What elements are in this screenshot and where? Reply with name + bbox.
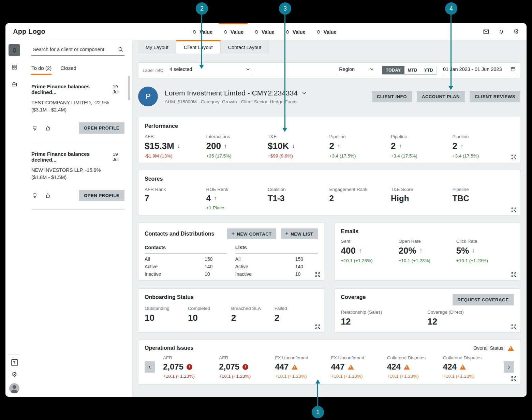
bell-icon bbox=[192, 29, 197, 35]
multi-select-dropdown[interactable]: 4 selected bbox=[168, 66, 252, 74]
nav-item-value-5[interactable]: Value bbox=[312, 23, 341, 40]
metric-fx-unconfirmed: FX Unconfirmed 447 +10.1 (+1.23%) bbox=[275, 355, 331, 379]
toggle-today[interactable]: TODAY bbox=[382, 66, 404, 74]
gear-icon[interactable]: ⚙ bbox=[11, 371, 17, 378]
open-profile-button[interactable]: OPEN PROFILE bbox=[79, 190, 124, 201]
expand-icon[interactable] bbox=[315, 324, 321, 330]
client-reviews-button[interactable]: CLIENT REVIEWS bbox=[470, 91, 520, 102]
metric-te: T&E $10K↓ +$99 (9.9%) bbox=[268, 134, 329, 159]
nav-item-label: Value bbox=[324, 29, 337, 35]
metric-relationship-sales: Relationship (Sales) 12 bbox=[341, 310, 428, 327]
nav-item-value-2[interactable]: Value bbox=[219, 23, 248, 40]
nav-item-value-3[interactable]: Value bbox=[250, 23, 279, 40]
mail-icon[interactable] bbox=[483, 28, 489, 35]
error-icon: ! bbox=[187, 364, 192, 370]
grid-icon bbox=[11, 64, 17, 70]
bell-icon[interactable] bbox=[498, 29, 504, 35]
thumb-up-icon[interactable] bbox=[44, 192, 51, 199]
up-arrow-icon: ↑ bbox=[472, 247, 475, 254]
tab-todo[interactable]: To do (2) bbox=[31, 65, 51, 75]
overall-status-label: Overall Status: bbox=[473, 345, 505, 351]
list-item: Active140 bbox=[235, 264, 318, 269]
tab-client-layout[interactable]: Client Layout bbox=[176, 40, 221, 54]
search-icon[interactable] bbox=[118, 46, 124, 52]
search-bar bbox=[31, 46, 124, 56]
card-title: Operational Issues bbox=[145, 345, 193, 351]
metric-pipeline-score: Pipeline TBC bbox=[453, 187, 514, 210]
tab-contact-layout[interactable]: Contact Layout bbox=[221, 40, 269, 54]
client-info-button[interactable]: CLIENT INFO bbox=[372, 91, 412, 102]
up-arrow-icon: ↑ bbox=[359, 247, 362, 254]
card-title: Emails bbox=[341, 228, 514, 235]
down-arrow-icon: ↓ bbox=[292, 143, 295, 150]
gear-icon[interactable]: ⚙ bbox=[513, 28, 519, 35]
open-profile-button[interactable]: OPEN PROFILE bbox=[79, 122, 124, 134]
metric-fx-unconfirmed: FX Unconfirmed 447 +10.1 (+1.23%) bbox=[331, 355, 387, 379]
metric-roe-rank: ROE Rank 4↑ +1 Place bbox=[206, 187, 268, 210]
date-range-toggle: TODAY MTD YTD bbox=[382, 66, 437, 75]
appbar-icons: ⚙ bbox=[483, 23, 519, 40]
metric-afr-issues: AFR 2,075! +10.1 (+1.23%) bbox=[219, 355, 275, 379]
plus-icon: + bbox=[232, 231, 235, 237]
divider bbox=[31, 209, 124, 210]
expand-icon[interactable] bbox=[315, 272, 321, 278]
toggle-ytd[interactable]: YTD bbox=[421, 66, 437, 74]
client-header: P Lorem Investment Limted - CMY2:234334 … bbox=[138, 86, 520, 107]
down-arrow-icon: ↓ bbox=[177, 143, 180, 150]
client-avatar: P bbox=[138, 87, 158, 106]
metric-coalition: Coalition T1-3 bbox=[268, 187, 329, 210]
up-arrow-icon: ↑ bbox=[460, 143, 463, 150]
callout-line bbox=[201, 15, 202, 65]
notification-body: NEW INVESTORS LLP, -15.9% ($1.8M - $1.5M… bbox=[31, 167, 117, 181]
app-window: App Logo Value Value Value Value bbox=[5, 23, 527, 397]
user-avatar[interactable] bbox=[9, 383, 19, 393]
toggle-mtd[interactable]: MTD bbox=[404, 66, 421, 74]
notification-date: 19 Jul bbox=[113, 152, 124, 162]
notification-card: Prime Finance balances declined... 19 Ju… bbox=[31, 84, 124, 142]
warning-icon bbox=[404, 364, 410, 370]
thumb-down-icon[interactable] bbox=[31, 125, 38, 132]
nav-item-label: Value bbox=[262, 29, 275, 35]
expand-icon[interactable] bbox=[511, 272, 517, 278]
callout-line bbox=[284, 15, 285, 128]
up-arrow-icon: ↑ bbox=[337, 143, 340, 150]
help-icon[interactable]: ? bbox=[11, 359, 18, 366]
briefcase-icon bbox=[11, 81, 17, 87]
new-contact-button[interactable]: + NEW CONTACT bbox=[227, 228, 276, 239]
callout-line bbox=[317, 384, 318, 406]
rail-apps-button[interactable] bbox=[9, 61, 20, 73]
expand-icon[interactable] bbox=[511, 154, 517, 160]
new-list-button[interactable]: + NEW LIST bbox=[281, 228, 318, 239]
date-range-field[interactable]: 01 Jan 2023 - 01 Jun 2023 bbox=[442, 66, 517, 74]
callout-badge-1: 1 bbox=[312, 406, 324, 418]
client-subtitle: AUM: $15000M - Category: Growth - Client… bbox=[165, 99, 307, 104]
region-dropdown[interactable]: Region bbox=[338, 66, 376, 74]
tab-my-layout[interactable]: My Layout bbox=[138, 40, 176, 54]
rail-tasks-button[interactable] bbox=[9, 78, 20, 90]
chevron-down-icon[interactable] bbox=[301, 90, 307, 96]
request-coverage-button[interactable]: REQUEST COVERAGE bbox=[453, 294, 514, 305]
nav-item-label: Value bbox=[293, 29, 306, 35]
body-row: ? ⚙ To do (2) Closed bbox=[5, 40, 527, 397]
scroll-right-button[interactable] bbox=[504, 361, 514, 373]
scrollbar-thumb[interactable] bbox=[128, 76, 130, 100]
bell-icon bbox=[285, 29, 290, 35]
callout-arrow-down bbox=[199, 65, 204, 69]
expand-icon[interactable] bbox=[511, 207, 517, 213]
error-icon: ! bbox=[242, 364, 248, 370]
tab-closed[interactable]: Closed bbox=[60, 65, 76, 75]
expand-icon[interactable] bbox=[511, 324, 517, 330]
callout-badge-4: 4 bbox=[445, 2, 457, 15]
search-input[interactable] bbox=[32, 46, 118, 52]
expand-icon[interactable] bbox=[511, 376, 517, 381]
account-plan-button[interactable]: ACCOUNT PLAN bbox=[417, 91, 465, 102]
thumb-up-icon[interactable] bbox=[44, 125, 51, 132]
scroll-left-button[interactable] bbox=[145, 361, 155, 373]
plus-icon: + bbox=[285, 231, 289, 237]
list-item: Inactive10 bbox=[235, 271, 318, 277]
thumb-down-icon[interactable] bbox=[31, 192, 38, 199]
metric-afr-rank: AFR Rank 7 bbox=[145, 187, 206, 210]
card-title: Coverage bbox=[341, 294, 366, 300]
rail-notifications-button[interactable] bbox=[9, 44, 20, 56]
bell-icon bbox=[223, 29, 228, 35]
